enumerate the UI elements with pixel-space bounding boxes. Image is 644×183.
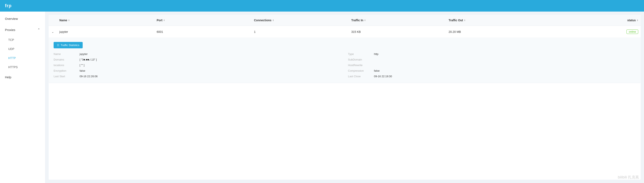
table-header-traffic-in[interactable]: Traffic In ⇕ (349, 15, 446, 26)
sidebar: Overview Proxies ⌃ TCP UDP HTTP HTTPS He… (0, 12, 45, 183)
sidebar-item-overview[interactable]: Overview (0, 13, 45, 24)
sidebar-item-help[interactable]: Help (0, 72, 45, 83)
table-header: Name ⇕ Port ⇕ Connections ⇕ Traffic In ⇕… (49, 15, 641, 26)
app-header: frp (0, 0, 644, 12)
status-badge: online (626, 30, 638, 34)
table-row: ⌄ jupyter 6001 1 315 KB 20.20 MB online (49, 26, 641, 38)
traffic-statistics-button[interactable]: ☷ Traffic Statistics (54, 42, 83, 48)
sort-icon-name: ⇕ (68, 19, 70, 22)
detail-grid: Name jupyter Domains [ "3■.■■./.13" ] lo… (54, 53, 636, 78)
app-logo: frp (5, 3, 12, 9)
detail-row-lastclose: Last Close 09-16 22:19:30 (348, 75, 636, 78)
table-header-connections[interactable]: Connections ⇕ (252, 15, 349, 26)
detail-row-laststart: Last Start 09-16 22:26:06 (54, 75, 342, 78)
proxy-table: Name ⇕ Port ⇕ Connections ⇕ Traffic In ⇕… (49, 15, 641, 83)
detail-row-compression: Compression false (348, 69, 636, 72)
sidebar-item-http[interactable]: HTTP (0, 54, 45, 63)
main-layout: Overview Proxies ⌃ TCP UDP HTTP HTTPS He… (0, 12, 644, 183)
detail-row-type: Type http (348, 53, 636, 56)
sidebar-item-tcp[interactable]: TCP (0, 35, 45, 44)
table-header-expand (49, 15, 57, 26)
detail-row-encryption: Encryption false (54, 69, 342, 72)
detail-area: ☷ Traffic Statistics Name jupyter Domain… (49, 38, 641, 83)
row-status: online (544, 26, 641, 38)
detail-row-subdomain: SubDomain (348, 58, 636, 61)
sort-icon-status: ⇕ (636, 19, 638, 22)
sort-icon-traffic-in: ⇕ (364, 19, 366, 22)
sidebar-item-proxies[interactable]: Proxies ⌃ (0, 24, 45, 35)
table-header-name[interactable]: Name ⇕ (57, 15, 154, 26)
sort-icon-port: ⇕ (163, 19, 165, 22)
table-header-status[interactable]: status ⇕ (544, 15, 641, 26)
sidebar-item-udp[interactable]: UDP (0, 44, 45, 54)
detail-right: Type http SubDomain HostRewrite Comp (348, 53, 636, 78)
chevron-up-icon: ⌃ (38, 28, 40, 32)
row-traffic-in: 315 KB (349, 26, 446, 38)
row-name: jupyter (57, 26, 154, 38)
detail-row-locations: locations [ "" ] (54, 64, 342, 67)
sidebar-item-https[interactable]: HTTPS (0, 63, 45, 72)
row-port: 6001 (154, 26, 252, 38)
row-expand-toggle[interactable]: ⌄ (49, 26, 57, 38)
sort-icon-connections: ⇕ (272, 19, 274, 22)
detail-row-hostrewrite: HostRewrite (348, 64, 636, 67)
detail-left: Name jupyter Domains [ "3■.■■./.13" ] lo… (54, 53, 342, 78)
sort-icon-traffic-out: ⇕ (464, 19, 466, 22)
detail-row-domains: Domains [ "3■.■■./.13" ] (54, 58, 342, 61)
content-area: Name ⇕ Port ⇕ Connections ⇕ Traffic In ⇕… (49, 15, 641, 180)
chart-icon: ☷ (57, 44, 59, 47)
table-header-traffic-out[interactable]: Traffic Out ⇕ (446, 15, 544, 26)
table-header-port[interactable]: Port ⇕ (154, 15, 252, 26)
row-traffic-out: 20.20 MB (446, 26, 544, 38)
detail-row-name: Name jupyter (54, 53, 342, 56)
row-connections: 1 (252, 26, 349, 38)
